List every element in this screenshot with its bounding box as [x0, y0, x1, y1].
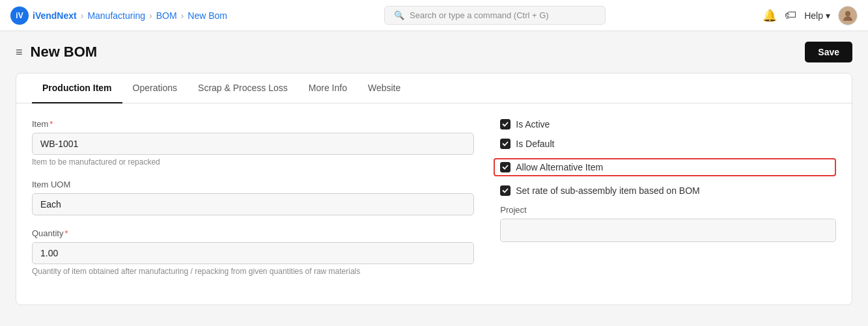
checkmark-icon	[502, 141, 509, 147]
search-icon: 🔍	[394, 10, 404, 20]
item-hint: Item to be manufactured or repacked	[32, 157, 474, 167]
svg-point-0	[845, 11, 850, 16]
navbar-left: iV iVendNext › Manufacturing › BOM › New…	[10, 7, 227, 25]
navbar: iV iVendNext › Manufacturing › BOM › New…	[0, 0, 868, 31]
form-right: Is Active Is Default	[500, 119, 836, 289]
tags-button[interactable]: 🏷	[785, 8, 796, 22]
checkmark-icon	[502, 121, 509, 128]
breadcrumb-current: New Bom	[188, 10, 227, 21]
breadcrumb-sep-3: ›	[181, 10, 184, 21]
checkmark-icon	[502, 164, 509, 170]
is-active-label: Is Active	[516, 119, 550, 129]
chevron-down-icon: ▾	[826, 10, 830, 21]
notifications-button[interactable]: 🔔	[763, 8, 777, 23]
tag-icon: 🏷	[785, 8, 796, 21]
tab-scrap-process-loss[interactable]: Scrap & Process Loss	[188, 74, 298, 103]
app-logo: iV	[10, 7, 29, 25]
page-title: New BOM	[31, 44, 98, 61]
save-button[interactable]: Save	[805, 42, 852, 62]
avatar[interactable]	[838, 6, 858, 25]
is-active-row[interactable]: Is Active	[500, 119, 836, 129]
quantity-field-group: Quantity* Quantity of item obtained afte…	[32, 228, 474, 276]
item-required: *	[49, 119, 53, 129]
breadcrumb-sep-2: ›	[149, 10, 152, 21]
uom-field-group: Item UOM	[32, 180, 474, 215]
project-field-group: Project	[500, 205, 836, 242]
item-label: Item*	[32, 119, 474, 129]
is-default-label: Is Default	[516, 139, 554, 149]
item-input[interactable]	[32, 133, 474, 155]
hamburger-icon[interactable]: ≡	[16, 46, 23, 59]
tabs: Production Item Operations Scrap & Proce…	[16, 74, 852, 103]
page-container: ≡ New BOM Save Production Item Operation…	[0, 31, 868, 316]
uom-label: Item UOM	[32, 180, 474, 189]
brand-name[interactable]: iVendNext	[33, 10, 77, 21]
tab-operations[interactable]: Operations	[122, 74, 188, 103]
breadcrumb-manufacturing[interactable]: Manufacturing	[87, 10, 145, 21]
quantity-required: *	[64, 228, 68, 238]
help-button[interactable]: Help ▾	[804, 10, 830, 21]
bell-icon: 🔔	[763, 9, 777, 22]
form-body: Item* Item to be manufactured or repacke…	[16, 119, 852, 289]
set-rate-label: Set rate of sub-assembly item based on B…	[516, 185, 699, 196]
help-label: Help	[804, 10, 823, 21]
allow-alt-item-row[interactable]: Allow Alternative Item	[494, 158, 836, 176]
bom-form-card: Production Item Operations Scrap & Proce…	[16, 73, 852, 305]
tab-website[interactable]: Website	[357, 74, 411, 103]
search-bar[interactable]: 🔍 Search or type a command (Ctrl + G)	[384, 6, 606, 25]
breadcrumb-bom[interactable]: BOM	[156, 10, 177, 21]
quantity-label: Quantity*	[32, 228, 474, 238]
project-input[interactable]	[500, 219, 836, 242]
page-header: ≡ New BOM Save	[16, 42, 852, 62]
tab-production-item[interactable]: Production Item	[32, 74, 122, 103]
search-placeholder-text: Search or type a command (Ctrl + G)	[410, 10, 549, 20]
navbar-right: 🔔 🏷 Help ▾	[763, 6, 858, 25]
checkmark-icon	[502, 187, 509, 194]
set-rate-row[interactable]: Set rate of sub-assembly item based on B…	[500, 185, 836, 196]
quantity-input[interactable]	[32, 242, 474, 264]
is-default-checkbox[interactable]	[500, 139, 511, 149]
is-default-row[interactable]: Is Default	[500, 139, 836, 149]
uom-input[interactable]	[32, 193, 474, 215]
tab-more-info[interactable]: More Info	[298, 74, 357, 103]
allow-alt-item-checkbox[interactable]	[500, 162, 511, 172]
is-active-checkbox[interactable]	[500, 119, 511, 129]
item-field-group: Item* Item to be manufactured or repacke…	[32, 119, 474, 167]
allow-alt-item-label: Allow Alternative Item	[516, 162, 603, 172]
quantity-hint: Quantity of item obtained after manufact…	[32, 267, 474, 276]
page-header-left: ≡ New BOM	[16, 44, 97, 61]
form-left: Item* Item to be manufactured or repacke…	[32, 119, 474, 289]
set-rate-checkbox[interactable]	[500, 185, 511, 196]
project-label: Project	[500, 205, 836, 215]
breadcrumb-sep-1: ›	[81, 10, 84, 21]
navbar-center: 🔍 Search or type a command (Ctrl + G)	[227, 6, 763, 25]
